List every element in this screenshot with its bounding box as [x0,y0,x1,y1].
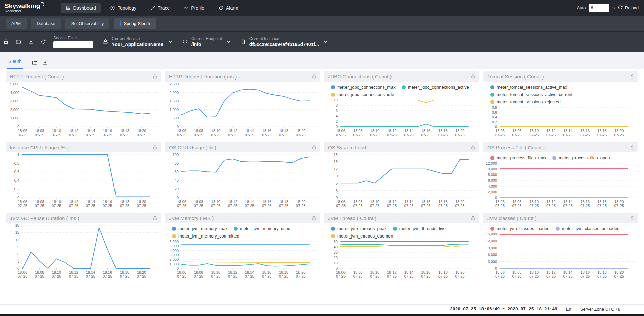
service-filter-label: Service Filter [53,36,93,40]
lock-icon[interactable] [312,74,317,79]
legend-dot [552,156,556,160]
selector-value: /info [191,42,222,47]
refresh-icon[interactable] [37,38,49,46]
x-axis-date-label: 07-25 [52,204,61,208]
lock-icon[interactable] [471,216,476,221]
legend-item[interactable]: meter_jdbc_connections_max [331,85,396,90]
legend-item[interactable]: meter_jvm_memory_committed [172,233,239,239]
current-endpoint-selector[interactable]: Current Endpoint /info [182,36,231,47]
legend-item[interactable]: meter_tomcat_sessions_active_max [490,85,567,90]
legend-dot [172,234,176,238]
x-axis-date-label: 07-25 [546,133,556,137]
x-axis-label: 18:14 [86,129,95,133]
folder-icon[interactable] [12,38,25,46]
nav-item-alarm[interactable]: Alarm [214,3,243,13]
chart-title: HTTP Request Duration ( ms ) [169,74,237,80]
lock-icon[interactable] [312,145,317,150]
y-axis-label: 0.6 [14,170,19,174]
legend-item[interactable]: meter_jvm_classes_unloaded [556,226,620,231]
x-axis-date-label: 07-25 [421,204,430,208]
legend-item[interactable]: meter_jdbc_connections_idle [331,92,394,97]
legend-item[interactable]: meter_jdbc_connections_active [402,85,469,90]
chart-title: OS Process File ( Count ) [487,145,545,150]
tab-database[interactable]: Database [31,18,61,29]
lock-icon[interactable] [152,74,157,79]
x-axis-label: 18:10 [211,270,221,274]
x-axis-label: 18:14 [563,200,573,204]
lock-icon[interactable] [0,38,12,46]
y-axis-label: 1 [17,153,19,157]
reload-button[interactable]: Reload [618,5,639,11]
legend-item[interactable]: meter_process_files_open [552,155,610,160]
download-icon[interactable] [42,60,48,65]
legend-item[interactable]: meter_process_files_max [490,155,546,160]
x-axis-date-label: 07-25 [52,274,61,278]
chart-panel: JVM GC Pause Duration ( ms ) 18151296301… [6,213,161,279]
tab-spring-sleuth[interactable]: Spring-Sleuth [114,18,156,29]
lock-icon[interactable] [312,216,317,221]
x-axis-date-label: 07-25 [597,133,607,137]
legend-dot [402,85,406,89]
y-axis-label: 0.4 [14,178,19,182]
lock-icon[interactable] [471,74,476,79]
logo-subtitle: Rocketbot [5,9,40,13]
x-axis-date-label: 07-25 [353,274,363,278]
x-axis-label: 18:06 [495,200,505,204]
lock-icon[interactable] [471,145,476,150]
lock-icon[interactable] [630,74,635,79]
legend-item[interactable]: meter_jvm_threads_peak [331,226,387,231]
x-axis-label: 18:20 [614,200,624,204]
x-axis-date-label: 07-25 [370,274,379,278]
tab-sleuth[interactable]: Sleuth [7,59,23,69]
lock-icon[interactable] [152,216,157,221]
legend-item[interactable]: meter_tomcat_sessions_rejected [490,99,561,104]
service-filter-input[interactable] [53,41,93,48]
lock-icon[interactable] [630,216,635,221]
legend-label: meter_jvm_memory_max [178,226,228,231]
current-service-selector[interactable]: Current Service Your_ApplicationName [103,36,172,47]
y-axis-label: 500 [173,116,179,120]
y-axis-label: 12 [15,238,19,242]
legend-label: meter_jdbc_connections_max [337,85,396,90]
legend-item[interactable]: meter_tomcat_sessions_active_current [490,92,572,97]
chart-plot: 181512963018:0607-2518:0807-2518:1007-25… [324,152,479,208]
legend-item[interactable]: meter_jvm_memory_used [234,226,290,231]
chart-canvas: 108642018:0607-2518:0807-2518:1007-2518:… [324,98,479,138]
nav-item-trace[interactable]: Trace [146,3,174,13]
x-axis-date-label: 07-25 [563,274,573,278]
legend-item[interactable]: meter_jvm_classes_loaded [490,226,550,231]
legend-item[interactable]: meter_jvm_memory_max [172,226,228,231]
x-axis-date-label: 07-25 [580,133,590,137]
legend-dot [490,227,494,231]
x-axis-label: 18:10 [52,129,61,133]
x-axis-date-label: 07-25 [455,204,465,208]
tab-apm[interactable]: APM [6,18,27,29]
y-axis-label: 6 [336,109,338,113]
chart-panel: Tomcat Session ( Count ) meter_tomcat_se… [483,71,638,138]
y-axis-label: 5,000 [169,244,179,248]
lock-icon[interactable] [630,145,635,150]
chevron-down-icon [324,40,328,43]
tab-selfobservability[interactable]: SelfObservability [65,18,110,29]
legend-item[interactable]: meter_jvm_threads_live [393,226,446,231]
legend-item[interactable]: meter_jvm_threads_daemon [331,233,393,239]
y-axis-label: 9,000 [488,246,497,250]
x-axis-label: 18:20 [614,129,624,133]
time-range-picker[interactable]: 2020-07-25 18:06:49 ~ 2020-07-25 18:21:4… [450,307,557,312]
auto-interval-input[interactable] [589,4,609,12]
series-line-meter_jvm_memory_used [182,264,309,266]
code-icon [182,39,188,44]
folder-icon[interactable] [32,60,38,65]
lock-icon[interactable] [152,145,157,150]
x-axis-date-label: 07-25 [438,204,448,208]
dashboard-toolbar: Service Filter Current Service Your_Appl… [0,32,644,52]
language-toggle[interactable]: En [566,307,571,312]
nav-item-topology[interactable]: Topology [105,3,141,13]
x-axis-label: 18:18 [120,200,129,204]
nav-item-profile[interactable]: Profile [179,3,209,13]
nav-item-dashboard[interactable]: Dashboard [61,3,101,13]
download-icon[interactable] [25,38,37,46]
y-axis-label: 6,000 [488,178,497,182]
current-instance-selector[interactable]: Current Instance df5cc29cca094af4b165d74… [241,36,328,47]
x-axis-label: 18:20 [137,200,146,204]
